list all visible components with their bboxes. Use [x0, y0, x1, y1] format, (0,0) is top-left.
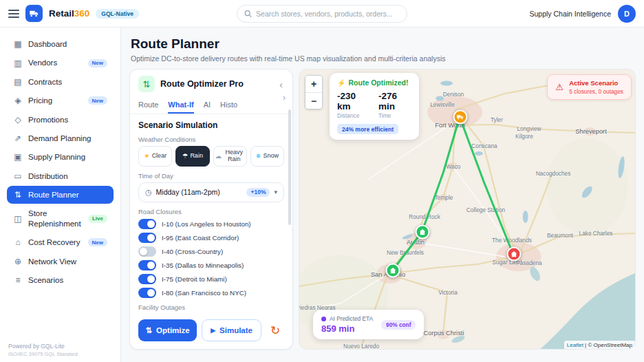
- weather-option-button[interactable]: ❄ Snow: [250, 146, 284, 167]
- collapse-panel-icon[interactable]: ‹: [278, 78, 284, 90]
- global-search[interactable]: [237, 5, 407, 23]
- route-map[interactable]: Denison Lewisville Fort Worth Tyler Long…: [299, 69, 636, 350]
- sidebar-item[interactable]: ◈ Pricing New: [7, 92, 114, 109]
- panel-title: Route Optimizer Pro: [160, 79, 244, 89]
- sidebar-item[interactable]: ◇ Promotions: [7, 111, 114, 129]
- closure-label: I-35 (Dallas to Minneapolis): [162, 262, 244, 269]
- city-label: Tyler: [491, 116, 503, 123]
- toggle-switch[interactable]: [138, 219, 156, 229]
- page-header: Route Planner Optimize DC-to-store deliv…: [121, 28, 644, 69]
- top-right-area: Supply Chain Intelligence D: [530, 5, 636, 23]
- sidebar-item[interactable]: ▦ Dashboard: [7, 35, 114, 53]
- closure-label: I-10 (Los Angeles to Houston): [162, 220, 251, 228]
- closure-toggle-row[interactable]: I-95 (East Coast Corridor): [138, 233, 284, 243]
- optimizer-tabs: Route What-If AI Histo: [130, 97, 292, 114]
- distance-label: Distance: [337, 112, 367, 119]
- weather-icon: ☀: [144, 153, 150, 160]
- panel-scrollbar[interactable]: [288, 109, 291, 225]
- sidebar-item-icon: ▣: [13, 152, 23, 162]
- sidebar-item-label: Promotions: [28, 115, 107, 125]
- sidebar-item[interactable]: ◫ Store Replenishment Live: [7, 204, 114, 233]
- optimize-button[interactable]: ⇅ Optimize: [138, 319, 197, 341]
- toggle-switch[interactable]: [138, 246, 156, 257]
- city-label: Round Rock: [409, 213, 440, 220]
- app-tagline: Supply Chain Intelligence: [530, 10, 612, 18]
- search-input[interactable]: [256, 10, 400, 18]
- optimized-metrics: -230 km Distance -276 min Time: [337, 91, 411, 119]
- toggle-switch[interactable]: [138, 260, 156, 270]
- city-label: College Station: [466, 206, 505, 213]
- sidebar-item[interactable]: ≡ Scenarios: [7, 271, 114, 289]
- sidebar-item[interactable]: ⇗ Demand Planning: [7, 129, 114, 147]
- sidebar-item[interactable]: ▥ Vendors New: [7, 54, 114, 72]
- closure-toggle-row[interactable]: I-10 (Los Angeles to Houston): [138, 219, 284, 229]
- zoom-in-button[interactable]: +: [305, 76, 322, 92]
- standard-text: ISO/IEC 39075 GQL Standard: [8, 351, 78, 357]
- closure-toggle-row[interactable]: I-35 (Dallas to Minneapolis): [138, 260, 284, 270]
- brand-logo: [25, 5, 43, 22]
- sidebar-item[interactable]: ▤ Contracts: [7, 73, 114, 91]
- toggle-switch[interactable]: [138, 274, 156, 284]
- sidebar-item[interactable]: ⇅ Route Planner: [7, 186, 114, 204]
- time-of-day-value: Midday (11am-2pm): [156, 188, 220, 196]
- route-icon: ⇅: [138, 76, 155, 92]
- optimizer-tab[interactable]: Histo: [220, 97, 237, 114]
- city-label: Victoria: [438, 289, 458, 296]
- sidebar: ▦ Dashboard ▥ Vendors New ▤ Contracts ◈ …: [0, 28, 121, 362]
- city-label: Shreveport: [575, 128, 606, 135]
- simulate-button[interactable]: ▶ Simulate: [202, 319, 261, 341]
- reset-button[interactable]: ↻: [266, 321, 284, 339]
- map-marker[interactable]: [453, 110, 468, 125]
- sidebar-item-label: Dashboard: [28, 39, 107, 49]
- brand-name: Retail360: [49, 8, 89, 19]
- weather-option-button[interactable]: ☁ Heavy Rain: [213, 146, 247, 167]
- optimizer-tab[interactable]: AI: [204, 97, 211, 114]
- toggle-switch[interactable]: [138, 233, 156, 243]
- hamburger-menu-icon[interactable]: [8, 10, 19, 18]
- city-label: Nacogdoches: [536, 170, 571, 177]
- zoom-out-button[interactable]: −: [305, 92, 322, 109]
- time-of-day-select[interactable]: ◷ Midday (11am-2pm) +10% ▾: [138, 182, 284, 202]
- sidebar-item[interactable]: ⊕ Network View: [7, 253, 114, 270]
- leaflet-link[interactable]: Leaflet: [567, 342, 583, 348]
- map-marker[interactable]: [386, 264, 400, 278]
- eta-label: AI Predicted ETA: [330, 315, 373, 322]
- closure-toggle-row[interactable]: I-80 (San Francisco to NYC): [138, 288, 284, 298]
- sidebar-item-icon: ⇅: [13, 190, 23, 200]
- weather-option-button[interactable]: ☀ Clear: [138, 146, 172, 167]
- closure-label: I-75 (Detroit to Miami): [162, 275, 227, 283]
- ai-dot-icon: [321, 317, 326, 321]
- truck-logo-icon: [29, 8, 39, 19]
- weather-option-button[interactable]: ☂ Rain: [175, 146, 209, 167]
- closure-toggle-row[interactable]: I-40 (Cross-Country): [138, 246, 284, 257]
- map-marker[interactable]: [416, 225, 430, 239]
- optimizer-tab[interactable]: Route: [138, 97, 158, 114]
- osm-link[interactable]: © OpenStreetMap: [588, 342, 632, 348]
- closure-toggle-row[interactable]: I-75 (Detroit to Miami): [138, 274, 284, 284]
- sidebar-item[interactable]: ⌂ Cost Recovery New: [7, 233, 114, 251]
- tabs-scroll-icon[interactable]: ›: [283, 93, 286, 103]
- sidebar-item-badge: Live: [88, 215, 107, 223]
- time-label: Time: [378, 112, 411, 119]
- city-label: Pasadena: [516, 259, 541, 266]
- chevron-down-icon: ▾: [274, 189, 277, 195]
- sidebar-item-icon: ⊕: [13, 257, 23, 266]
- sidebar-item-label: Distribution: [28, 171, 107, 181]
- gql-native-badge: GQL-Native: [96, 9, 139, 19]
- optimizer-tab[interactable]: What-If: [168, 97, 193, 114]
- scenario-title: Active Scenario: [569, 79, 623, 87]
- sidebar-item[interactable]: ▣ Supply Planning: [7, 148, 114, 166]
- weather-icon: ☁: [215, 153, 222, 160]
- sidebar-item-label: Contracts: [28, 77, 107, 87]
- sidebar-item-label: Supply Planning: [28, 152, 107, 162]
- sidebar-item-label: Network View: [28, 257, 107, 266]
- user-avatar[interactable]: D: [618, 5, 636, 23]
- sidebar-item[interactable]: ▭ Distribution: [7, 167, 114, 185]
- app-window: Retail360 GQL-Native Supply Chain Intell…: [0, 0, 644, 362]
- city-label: Waco: [447, 163, 461, 170]
- store-icon: [511, 251, 518, 258]
- city-label: Beaumont: [547, 232, 573, 239]
- lightning-icon: ⚡: [337, 79, 345, 87]
- map-marker[interactable]: [507, 247, 522, 262]
- toggle-switch[interactable]: [138, 288, 156, 298]
